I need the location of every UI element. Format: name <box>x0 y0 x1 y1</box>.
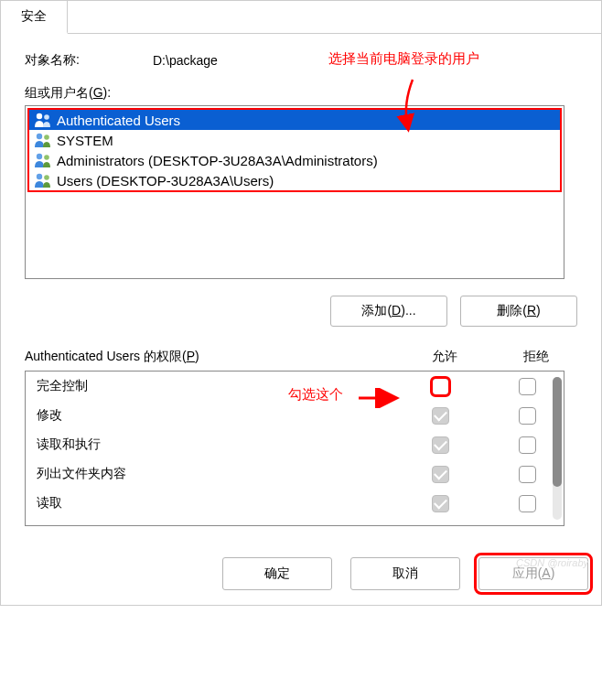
allow-checkbox[interactable] <box>432 378 449 395</box>
remove-button[interactable]: 删除(R) <box>460 296 577 327</box>
deny-checkbox[interactable] <box>519 407 536 425</box>
svg-point-4 <box>37 154 42 159</box>
tab-security[interactable]: 安全 <box>1 1 68 34</box>
allow-checkbox[interactable] <box>432 436 449 454</box>
scrollbar-thumb[interactable] <box>553 377 562 487</box>
object-name-row: 对象名称: D:\package <box>25 52 577 69</box>
users-icon <box>33 132 53 148</box>
allow-checkbox[interactable] <box>432 495 449 512</box>
svg-point-7 <box>44 175 49 180</box>
deny-checkbox[interactable] <box>519 378 536 395</box>
permission-row: 列出文件夹内容 <box>26 459 564 489</box>
svg-point-5 <box>44 155 49 160</box>
group-buttons: 添加(D)... 删除(R) <box>25 296 577 327</box>
allow-checkbox[interactable] <box>432 407 449 425</box>
column-deny-header: 拒绝 <box>495 349 577 365</box>
users-icon <box>33 152 53 168</box>
dialog-footer: 确定 取消 应用(A) <box>1 535 601 605</box>
group-item[interactable]: Authenticated Users <box>29 110 560 130</box>
permissions-header: Authenticated Users 的权限(P) 允许 拒绝 <box>25 349 577 365</box>
users-icon <box>33 172 53 188</box>
object-path-value: D:\package <box>153 53 218 68</box>
deny-checkbox[interactable] <box>519 436 536 454</box>
column-allow-header: 允许 <box>394 349 495 365</box>
permission-name: 列出文件夹内容 <box>37 466 390 482</box>
apply-button[interactable]: 应用(A) <box>478 557 588 590</box>
svg-point-0 <box>37 113 42 119</box>
deny-checkbox[interactable] <box>519 466 536 483</box>
group-item-label: Users (DESKTOP-3U28A3A\Users) <box>57 173 274 188</box>
object-name-label: 对象名称: <box>25 52 153 69</box>
group-user-list[interactable]: Authenticated Users SYSTEM Administrator… <box>25 105 564 279</box>
users-icon <box>33 112 53 128</box>
group-highlight-box: Authenticated Users SYSTEM Administrator… <box>27 108 562 192</box>
permission-name: 读取和执行 <box>37 436 390 453</box>
permission-row: 读取和执行 <box>26 430 564 459</box>
group-item-label: Administrators (DESKTOP-3U28A3A\Administ… <box>57 153 378 168</box>
tab-strip: 安全 <box>1 1 601 34</box>
add-button[interactable]: 添加(D)... <box>330 296 447 327</box>
cancel-button[interactable]: 取消 <box>350 557 460 590</box>
permission-row: 修改 <box>26 401 564 430</box>
group-item[interactable]: SYSTEM <box>29 130 560 150</box>
svg-point-2 <box>37 134 42 139</box>
security-properties-dialog: 安全 选择当前电脑登录的用户 对象名称: D:\package 组或用户名(G)… <box>0 0 602 606</box>
svg-point-1 <box>44 114 49 120</box>
group-item-label: Authenticated Users <box>57 113 180 128</box>
group-item-label: SYSTEM <box>57 133 113 148</box>
group-item[interactable]: Administrators (DESKTOP-3U28A3A\Administ… <box>29 150 560 170</box>
scrollbar[interactable] <box>553 377 562 520</box>
annotation-select-user: 选择当前电脑登录的用户 <box>328 50 479 68</box>
ok-button[interactable]: 确定 <box>222 557 332 590</box>
allow-checkbox[interactable] <box>432 466 449 483</box>
permission-row: 读取 <box>26 489 564 518</box>
permissions-panel: 勾选这个 完全控制修改读取和执行列出文件夹内容读取 <box>25 371 564 526</box>
permissions-title: Authenticated Users 的权限(P) <box>25 349 394 365</box>
annotation-check-this: 勾选这个 <box>288 386 343 404</box>
deny-checkbox[interactable] <box>519 495 536 512</box>
group-item[interactable]: Users (DESKTOP-3U28A3A\Users) <box>29 170 560 190</box>
permission-name: 修改 <box>37 407 390 424</box>
groups-label: 组或用户名(G): <box>25 85 577 102</box>
svg-point-3 <box>44 135 49 140</box>
permission-name: 读取 <box>37 495 390 512</box>
svg-point-6 <box>37 174 42 179</box>
tab-content: 选择当前电脑登录的用户 对象名称: D:\package 组或用户名(G): A… <box>1 34 601 535</box>
